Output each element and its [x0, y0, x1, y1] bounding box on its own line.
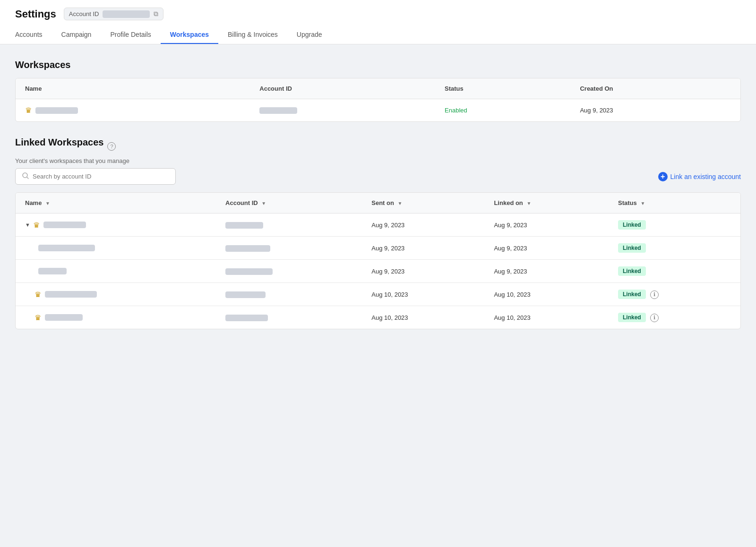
linked-linked-on: Aug 9, 2023 [484, 237, 609, 260]
sort-icon-sent: ▼ [398, 201, 403, 206]
table-row: ♛ Aug 10, 2023 Aug 10, 2023 Linked ℹ [16, 306, 740, 329]
search-box[interactable] [15, 168, 176, 185]
name-blurred [45, 314, 83, 321]
expand-arrow-icon[interactable]: ▼ [25, 222, 30, 228]
name-blurred [45, 291, 97, 298]
col-name: Name [16, 78, 250, 99]
linked-linked-on: Aug 10, 2023 [484, 283, 609, 306]
table-row: Aug 9, 2023 Aug 9, 2023 Linked [16, 237, 740, 260]
link-account-label: Link an existing account [670, 173, 741, 180]
crown-icon: ♛ [34, 290, 41, 299]
sort-icon-status: ▼ [640, 201, 645, 206]
nav-tabs: Accounts Campaign Profile Details Worksp… [15, 26, 741, 44]
account-id-label: Account ID [69, 10, 99, 17]
col-created-on: Created On [570, 78, 740, 99]
account-id-blurred [225, 222, 263, 229]
col-sent-on[interactable]: Sent on ▼ [362, 193, 484, 214]
linked-workspaces-title: Linked Workspaces [15, 137, 103, 148]
tab-accounts[interactable]: Accounts [15, 26, 52, 44]
workspaces-section: Workspaces Name Account ID Status Create… [15, 60, 741, 122]
sort-icon-account-id: ▼ [261, 201, 266, 206]
status-badge: Linked [618, 243, 646, 253]
tab-billing[interactable]: Billing & Invoices [218, 26, 287, 44]
col-account-id-linked[interactable]: Account ID ▼ [216, 193, 362, 214]
main-content: Workspaces Name Account ID Status Create… [0, 44, 756, 544]
workspace-status: Enabled [435, 99, 570, 122]
linked-section-header: Linked Workspaces ? Your client's worksp… [15, 137, 741, 164]
tab-workspaces[interactable]: Workspaces [161, 26, 218, 44]
crown-icon: ♛ [25, 106, 32, 115]
name-blurred [43, 222, 86, 228]
workspaces-title: Workspaces [15, 60, 741, 70]
account-id-blurred [225, 291, 266, 298]
workspace-name-blurred [35, 107, 78, 114]
info-icon[interactable]: ℹ [650, 291, 659, 299]
linked-name-cell: ♛ [16, 283, 216, 306]
linked-account-id [216, 306, 362, 329]
linked-sent-on: Aug 9, 2023 [362, 214, 484, 237]
help-icon[interactable]: ? [107, 142, 116, 151]
name-blurred [38, 268, 67, 274]
col-account-id: Account ID [250, 78, 435, 99]
table-row: ♛ Enabled Aug 9, 2023 [16, 99, 740, 122]
table-row: ▼ ♛ Aug 9, 2023 Aug 9, 2023 Linked [16, 214, 740, 237]
settings-title: Settings [15, 8, 56, 20]
tab-upgrade[interactable]: Upgrade [287, 26, 332, 44]
search-input[interactable] [33, 173, 169, 180]
linked-name-cell [16, 237, 216, 260]
workspace-account-id [250, 99, 435, 122]
table-row: Aug 9, 2023 Aug 9, 2023 Linked [16, 260, 740, 283]
linked-status: Linked ℹ [609, 306, 740, 329]
status-badge: Linked [618, 220, 646, 230]
linked-subtitle: Your client's workspaces that you manage [15, 157, 129, 164]
status-badge: Linked [618, 313, 646, 322]
linked-linked-on: Aug 10, 2023 [484, 306, 609, 329]
col-status: Status [435, 78, 570, 99]
account-id-blurred [259, 107, 297, 114]
linked-title-row: Linked Workspaces ? [15, 137, 116, 155]
copy-icon[interactable]: ⧉ [154, 10, 158, 18]
tab-campaign[interactable]: Campaign [52, 26, 101, 44]
linked-status: Linked [609, 214, 740, 237]
workspace-created-on: Aug 9, 2023 [570, 99, 740, 122]
link-account-button[interactable]: + Link an existing account [658, 172, 741, 181]
account-id-blurred [225, 268, 273, 275]
top-bar: Settings Account ID ⧉ Accounts Campaign … [0, 0, 756, 44]
linked-account-id [216, 260, 362, 283]
account-id-value [103, 10, 150, 18]
workspaces-table-container: Name Account ID Status Created On ♛ [15, 78, 741, 122]
info-icon[interactable]: ℹ [650, 314, 659, 322]
search-icon [22, 172, 29, 180]
linked-account-id [216, 214, 362, 237]
tab-profile-details[interactable]: Profile Details [101, 26, 160, 44]
linked-status: Linked [609, 260, 740, 283]
linked-linked-on: Aug 9, 2023 [484, 214, 609, 237]
account-id-badge: Account ID ⧉ [64, 8, 164, 20]
col-name-linked[interactable]: Name ▼ [16, 193, 216, 214]
crown-icon: ♛ [34, 313, 41, 322]
crown-icon: ♛ [33, 221, 40, 230]
col-linked-on[interactable]: Linked on ▼ [484, 193, 609, 214]
linked-workspaces-table: Name ▼ Account ID ▼ Sent on ▼ Linked on … [16, 193, 740, 329]
workspaces-table: Name Account ID Status Created On ♛ [16, 78, 740, 121]
linked-sent-on: Aug 9, 2023 [362, 237, 484, 260]
sort-icon-linked: ▼ [526, 201, 531, 206]
name-blurred [38, 245, 95, 251]
plus-circle-icon: + [658, 172, 668, 181]
linked-sent-on: Aug 9, 2023 [362, 260, 484, 283]
col-status-linked[interactable]: Status ▼ [609, 193, 740, 214]
linked-workspaces-section: Linked Workspaces ? Your client's worksp… [15, 137, 741, 329]
status-badge: Linked [618, 290, 646, 299]
sort-icon-name: ▼ [45, 201, 50, 206]
linked-name-cell: ♛ [16, 306, 216, 329]
search-and-action: + Link an existing account [15, 168, 741, 185]
account-id-blurred [225, 315, 268, 321]
linked-linked-on: Aug 9, 2023 [484, 260, 609, 283]
status-badge: Linked [618, 266, 646, 276]
linked-status: Linked ℹ [609, 283, 740, 306]
linked-sent-on: Aug 10, 2023 [362, 283, 484, 306]
linked-status: Linked [609, 237, 740, 260]
table-row: ♛ Aug 10, 2023 Aug 10, 2023 Linked ℹ [16, 283, 740, 306]
top-bar-header: Settings Account ID ⧉ [15, 0, 741, 20]
linked-name-cell [16, 260, 216, 283]
